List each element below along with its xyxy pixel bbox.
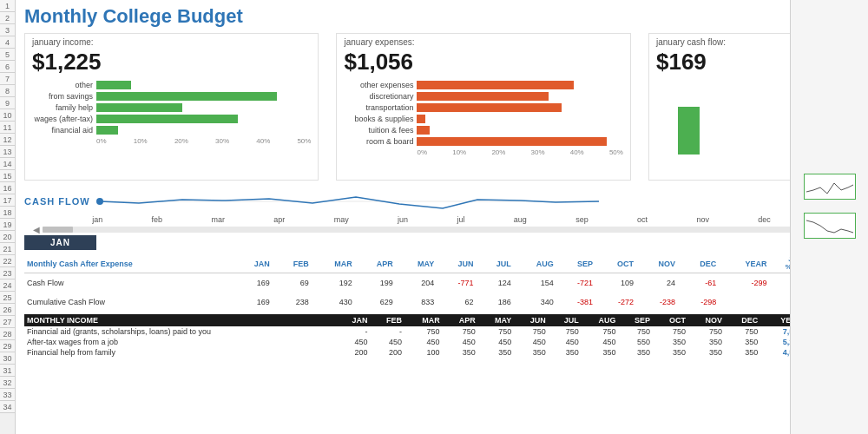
section-header-row: MONTHLY INCOME JAN FEB MAR APR MAY JUN J… [24, 314, 859, 326]
cell: - [371, 326, 405, 337]
main-content: Monthly College Budget january income: $… [16, 0, 868, 434]
cell: 350 [653, 347, 688, 358]
col-dec-inc: DEC [725, 314, 760, 326]
col-dec: DEC [678, 255, 719, 273]
col-jan: JAN [233, 255, 272, 273]
bar-row-other-exp: other expenses [344, 81, 622, 89]
section-title-income: MONTHLY INCOME [24, 314, 336, 326]
bar-container [96, 126, 311, 135]
scroll-track[interactable] [43, 227, 841, 233]
bar-row-wages: wages (after-tax) [32, 115, 311, 123]
bar-container [417, 115, 622, 123]
col-sep-inc: SEP [618, 314, 653, 326]
cell: 169 [233, 273, 272, 293]
horizontal-scrollbar[interactable]: ◀ ▶ [33, 225, 851, 234]
income-card: january income: $1,225 other from saving… [24, 33, 319, 181]
col-jul-inc: JUL [549, 314, 582, 326]
income-chart-axis: 0% 10% 20% 30% 40% 50% [96, 137, 311, 145]
cell: 186 [476, 293, 513, 312]
bar-container [417, 103, 622, 112]
cell: 350 [478, 347, 514, 358]
col-feb-inc: FEB [371, 314, 405, 326]
bar-container [96, 81, 311, 89]
bar-label: room & board [344, 137, 413, 146]
col-apr-inc: APR [443, 314, 478, 326]
row-label-aid: Financial aid (grants, scholarships, loa… [24, 326, 336, 337]
table-row: Financial help from family 200 200 100 3… [24, 347, 859, 358]
bar-container [96, 103, 311, 112]
jan-button-row: JAN [24, 235, 859, 253]
scroll-left-arrow[interactable]: ◀ [33, 225, 40, 234]
cell: 430 [312, 293, 355, 312]
col-nov: NOV [636, 255, 678, 273]
cell: -721 [556, 273, 595, 293]
table-section: JAN Monthly Cash After Expense JAN FEB M… [16, 235, 868, 358]
cell: 100 [404, 347, 443, 358]
bar-fill [417, 81, 573, 89]
cell: -381 [556, 293, 595, 312]
cell: 204 [396, 273, 437, 293]
bar-container [417, 81, 622, 89]
bar-label: other [32, 81, 93, 89]
cell: -238 [636, 293, 678, 312]
table-row: Cash Flow 169 69 192 199 204 -771 124 15… [24, 273, 859, 293]
right-sidebar [790, 0, 868, 434]
sidebar-sparkline-1 [805, 174, 855, 199]
col-mar-inc: MAR [404, 314, 443, 326]
cashflow-mini-chart [656, 98, 708, 168]
bar-row-tuition: tuition & fees [344, 126, 622, 135]
col-jan-inc: JAN [336, 314, 371, 326]
cell: 750 [478, 326, 514, 337]
bar-label: family help [32, 103, 93, 112]
cell: 350 [514, 347, 549, 358]
cell: 750 [653, 326, 688, 337]
svg-rect-0 [678, 107, 700, 155]
cell: 833 [396, 293, 437, 312]
cell: 154 [514, 273, 556, 293]
col-jul: JUL [476, 255, 513, 273]
col-feb: FEB [273, 255, 312, 273]
cell: 450 [582, 337, 619, 347]
cell: 750 [582, 326, 619, 337]
cell: 629 [355, 293, 396, 312]
cashflow-section: CASH FLOW jan feb mar apr may jun [16, 182, 868, 234]
cell: 750 [618, 326, 653, 337]
bar-label: books & supplies [344, 115, 413, 123]
expense-card: january expenses: $1,056 other expenses … [336, 33, 630, 181]
bar-label: transportation [344, 103, 413, 112]
cashflow-chart-container [95, 184, 859, 219]
cell: 450 [336, 337, 371, 347]
cell: -298 [678, 293, 719, 312]
cashflow-header: CASH FLOW [24, 184, 859, 219]
bar-container [96, 92, 311, 101]
bar-fill [96, 92, 277, 101]
bar-row-trans: transportation [344, 103, 622, 112]
expense-card-value: $1,056 [344, 49, 622, 76]
col-oct-inc: OCT [653, 314, 688, 326]
cell: 350 [582, 347, 619, 358]
cell: 200 [371, 347, 405, 358]
cell: -272 [595, 293, 636, 312]
bar-fill [96, 81, 131, 89]
cell: 750 [443, 326, 478, 337]
cell: 550 [618, 337, 653, 347]
bar-label: tuition & fees [344, 126, 413, 135]
jan-button[interactable]: JAN [24, 235, 96, 250]
col-mar: MAR [312, 255, 355, 273]
page-title: Monthly College Budget [24, 5, 243, 27]
cell: 24 [636, 273, 678, 293]
summary-cards-row: january income: $1,225 other from saving… [16, 30, 868, 182]
cell: 350 [725, 347, 760, 358]
bar-container [417, 137, 622, 146]
col-aug-inc: AUG [582, 314, 619, 326]
bar-fill [417, 115, 424, 123]
cashflow-card-value: $169 [656, 49, 707, 76]
cell: 109 [595, 273, 636, 293]
cell: 750 [549, 326, 582, 337]
sidebar-sparkline-2 [805, 214, 855, 238]
row-label-cashflow: Cash Flow [24, 273, 233, 293]
title-row: Monthly College Budget [16, 0, 868, 30]
cell: 350 [653, 337, 688, 347]
sidebar-mini-chart-2 [804, 213, 856, 239]
col-aug: AUG [514, 255, 556, 273]
